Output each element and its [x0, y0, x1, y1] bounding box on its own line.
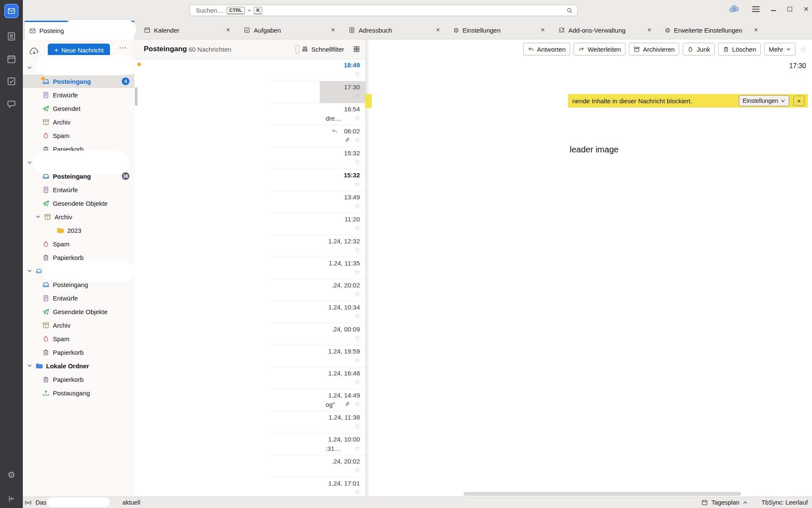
- folder-row-gesendete-objekte[interactable]: Gesendete Objekte: [23, 196, 134, 210]
- message-row-15[interactable]: 1.24, 16:48☆: [134, 367, 365, 389]
- settings-gear-button[interactable]: ⚙: [3, 467, 20, 483]
- star-icon[interactable]: ☆: [354, 224, 360, 232]
- message-row-3[interactable]: 16:54dre…☆: [134, 103, 365, 125]
- chevron-down-icon[interactable]: [27, 363, 32, 368]
- tab-close-icon[interactable]: ×: [331, 26, 335, 34]
- message-row-2[interactable]: 17:30☆: [134, 81, 365, 103]
- weiterleiten-button[interactable]: Weiterleiten: [573, 43, 625, 55]
- tab-aufgaben[interactable]: Aufgaben×: [239, 21, 339, 39]
- tab-close-icon[interactable]: ×: [436, 26, 440, 34]
- folder-row-archiv[interactable]: Archiv: [23, 210, 134, 224]
- message-row-4[interactable]: 06:02☆: [134, 125, 365, 147]
- message-row-12[interactable]: 1.24, 10:34☆: [134, 301, 365, 323]
- star-icon[interactable]: ☆: [354, 114, 360, 122]
- mail-space-button[interactable]: [4, 4, 19, 18]
- star-icon[interactable]: ☆: [354, 202, 360, 210]
- dayplan-toggle[interactable]: Tagesplan: [711, 499, 739, 506]
- cloud-sync-icon[interactable]: [729, 3, 740, 14]
- maximize-button[interactable]: [787, 7, 792, 11]
- chevron-down-icon[interactable]: [27, 65, 32, 70]
- folder-row-entw-rfe[interactable]: Entwürfe: [23, 183, 134, 196]
- star-icon[interactable]: ☆: [354, 158, 360, 166]
- tab-close-icon[interactable]: ×: [647, 26, 651, 34]
- folder-row-posteingang[interactable]: Posteingang4: [23, 75, 134, 88]
- tab-erweiterte-einstellungen[interactable]: ⚙Erweiterte Einstellungen×: [661, 21, 762, 39]
- message-row-10[interactable]: 1.24, 11:35☆: [134, 257, 365, 279]
- mehr-button[interactable]: Mehr: [764, 43, 796, 55]
- folder-row-archiv[interactable]: Archiv: [23, 115, 134, 129]
- folder-row-gesendet[interactable]: Gesendet: [23, 102, 134, 115]
- tab-close-icon[interactable]: ×: [541, 26, 545, 34]
- star-icon[interactable]: ☆: [354, 400, 360, 409]
- star-icon[interactable]: ☆: [354, 356, 360, 364]
- star-icon[interactable]: ☆: [354, 290, 360, 298]
- archivieren-button[interactable]: Archivieren: [629, 43, 679, 55]
- chevron-down-icon[interactable]: [27, 268, 32, 273]
- folder-row-lokale-ordner[interactable]: Lokale Ordner: [23, 359, 134, 373]
- quickfilter-sliders-icon[interactable]: [301, 45, 309, 53]
- message-row-14[interactable]: 1.24, 19:59☆: [134, 345, 365, 367]
- tab-einstellungen[interactable]: ⚙Einstellungen×: [449, 21, 549, 39]
- message-row-5[interactable]: 15:32☆: [134, 147, 365, 169]
- tab-add-ons-verwaltung[interactable]: Add-ons-Verwaltung×: [554, 21, 656, 39]
- message-row-9[interactable]: 1.24, 12:32☆: [134, 235, 365, 257]
- global-search-input[interactable]: Suchen… CTRL + K: [189, 5, 578, 16]
- folder-row-entw-rfe[interactable]: Entwürfe: [23, 88, 134, 102]
- addressbook-space-button[interactable]: [3, 28, 20, 45]
- star-icon[interactable]: ☆: [354, 444, 360, 453]
- chevron-up-icon[interactable]: [743, 500, 748, 505]
- calendar-space-button[interactable]: [3, 51, 20, 68]
- folder-row-spam[interactable]: Spam: [23, 129, 134, 142]
- display-options-icon[interactable]: [353, 45, 360, 53]
- folder-row-gesendete-objekte[interactable]: Gesendete Objekte: [23, 305, 134, 318]
- tab-kalender[interactable]: Kalender×: [140, 21, 234, 39]
- app-menu-button[interactable]: [751, 5, 760, 13]
- folder-row-entw-rfe[interactable]: Entwürfe: [23, 291, 134, 305]
- message-row-18[interactable]: 1.24, 10:00:31…☆: [134, 433, 365, 456]
- folder-row-archiv[interactable]: Archiv: [23, 318, 134, 332]
- horizontal-scrollbar[interactable]: [464, 492, 741, 496]
- collapse-spaces-button[interactable]: [3, 490, 20, 507]
- star-icon[interactable]: ☆: [354, 136, 360, 144]
- star-icon[interactable]: ☆: [354, 334, 360, 342]
- star-icon[interactable]: ☆: [354, 180, 360, 188]
- message-row-19[interactable]: .24, 20:02☆: [134, 456, 365, 478]
- quickfilter-label[interactable]: Schnellfilter: [311, 46, 344, 53]
- message-row-16[interactable]: 1.24, 14:49og"☆: [134, 389, 365, 411]
- close-button[interactable]: ×: [804, 5, 809, 13]
- folder-row-postausgang[interactable]: Postausgang: [23, 386, 134, 400]
- message-row-6[interactable]: 15:32☆: [134, 169, 365, 191]
- folder-row-papierkorb[interactable]: Papierkorb: [23, 345, 134, 359]
- star-icon[interactable]: ☆: [354, 92, 360, 100]
- l-schen-button[interactable]: Löschen: [718, 43, 761, 55]
- folder-row-2023[interactable]: 2023: [23, 224, 134, 237]
- message-row-11[interactable]: .24, 20:02☆: [134, 279, 365, 301]
- message-row-13[interactable]: .24, 00:09☆: [134, 323, 365, 345]
- banner-settings-button[interactable]: Einstellungen: [739, 95, 789, 106]
- antworten-button[interactable]: Antworten: [523, 43, 571, 55]
- junk-button[interactable]: Junk: [683, 43, 715, 55]
- star-icon[interactable]: ☆: [354, 378, 360, 387]
- chat-space-button[interactable]: [3, 96, 20, 113]
- cloud-download-icon[interactable]: [29, 46, 40, 57]
- folder-row-spam[interactable]: Spam: [23, 237, 134, 251]
- folder-pane-options-button[interactable]: ⋯: [119, 43, 127, 52]
- pane-splitter[interactable]: [365, 39, 368, 497]
- star-icon[interactable]: ☆: [354, 70, 360, 78]
- chevron-down-icon[interactable]: [27, 160, 32, 165]
- tab-close-icon[interactable]: ×: [754, 26, 758, 34]
- tasks-space-button[interactable]: [3, 73, 20, 90]
- minimize-button[interactable]: [771, 10, 776, 11]
- banner-close-button[interactable]: ×: [793, 96, 804, 106]
- message-row-7[interactable]: 13:49☆: [134, 191, 365, 213]
- star-icon[interactable]: ☆: [354, 312, 360, 320]
- folder-row-spam[interactable]: Spam: [23, 332, 134, 345]
- star-icon[interactable]: ☆: [354, 422, 360, 431]
- star-icon[interactable]: ☆: [354, 246, 360, 254]
- star-message-icon[interactable]: ☆: [800, 44, 807, 54]
- star-icon[interactable]: ☆: [354, 488, 360, 497]
- message-row-1[interactable]: 18:49☆: [134, 59, 365, 81]
- message-row-8[interactable]: 11:20☆: [134, 213, 365, 235]
- star-icon[interactable]: ☆: [354, 466, 360, 475]
- tab-close-icon[interactable]: ×: [226, 26, 230, 34]
